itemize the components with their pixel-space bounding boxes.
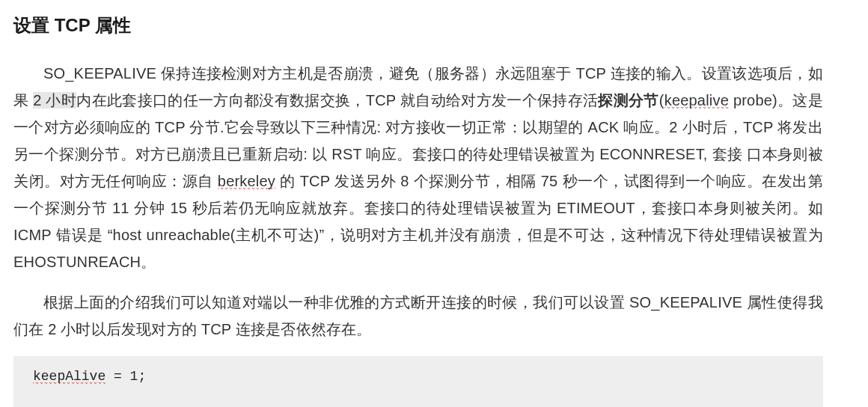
highlight-2-hours: 2 小时 [33,92,76,108]
bold-probe: 探测分节 [598,92,658,108]
spellcheck-keepalive: keepalive [664,92,729,109]
code-token: = 1; [106,369,146,384]
code-token: keepAlive [33,369,106,385]
text: ( [659,92,664,108]
text: 内在此套接口的任一方向都没有数据交换，TCP 就自动给对方发一个保持存活 [76,92,598,108]
document-page: 设置 TCP 属性 SO_KEEPALIVE 保持连接检测对方主机是否崩溃，避免… [0,0,868,407]
spellcheck-berkeley: berkeley [218,173,275,190]
paragraph-2: 根据上面的介绍我们可以知道对端以一种非优雅的方式断开连接的时候，我们可以设置 S… [13,289,823,343]
code-line-1: keepAlive = 1; [33,364,807,389]
page-title: 设置 TCP 属性 [13,13,823,37]
code-block: keepAlive = 1; setsockopt(listenfd, SOL_… [13,356,823,407]
paragraph-1: SO_KEEPALIVE 保持连接检测对方主机是否崩溃，避免（服务器）永远阻塞于… [13,60,823,275]
